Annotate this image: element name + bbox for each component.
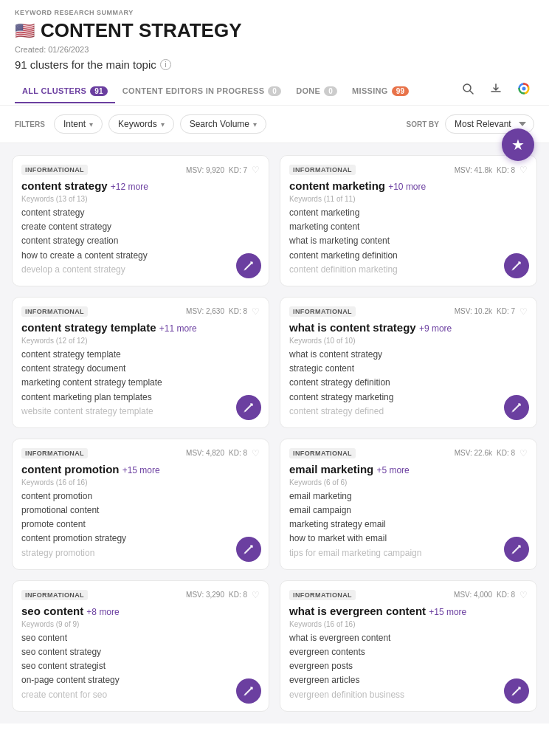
card-kd: KD: 8 (229, 307, 247, 315)
download-button[interactable] (486, 78, 506, 99)
card-header: INFORMATIONAL MSV: 22.6k KD: 8 ♡ (289, 448, 528, 458)
card-8: INFORMATIONAL MSV: 4,000 KD: 8 ♡ what is… (280, 580, 537, 712)
card-title: content promotion +15 more (21, 463, 260, 475)
heart-icon[interactable]: ♡ (519, 306, 528, 317)
card-keywords-label: Keywords (13 of 13) (21, 195, 260, 203)
card-header: INFORMATIONAL MSV: 10.2k KD: 7 ♡ (289, 306, 528, 317)
keyword-item: strategy promotion (21, 546, 260, 560)
tab-icons (458, 78, 534, 105)
card-title: content strategy +12 more (21, 179, 260, 192)
card-tag: INFORMATIONAL (289, 306, 356, 317)
card-keywords-list: what is content strategystrategic conten… (289, 348, 528, 419)
keyword-item: marketing content (289, 220, 528, 234)
card-more: +5 more (376, 465, 409, 475)
heart-icon[interactable]: ♡ (252, 590, 260, 600)
card-keywords-list: content promotionpromotional contentprom… (21, 489, 260, 560)
keyword-item: on-page content strategy (21, 673, 260, 687)
tab-all-clusters[interactable]: ALL CLUSTERS 91 (15, 80, 115, 103)
card-msv: MSV: 4,820 (186, 449, 224, 457)
keyword-item: what is evergreen content (289, 631, 528, 645)
heart-icon[interactable]: ♡ (519, 165, 528, 175)
keyword-item: what is content strategy (289, 348, 528, 362)
keyword-item: how to market with email (289, 532, 528, 546)
keyword-item: content strategy defined (289, 405, 528, 419)
keyword-item: evergreen posts (289, 659, 528, 673)
card-more: +9 more (419, 323, 452, 334)
keyword-item: content strategy definition (289, 376, 528, 390)
card-edit-button[interactable] (504, 678, 529, 704)
keyword-item: content promotion (21, 489, 260, 504)
keyword-item: seo content strategist (21, 659, 260, 673)
card-kd: KD: 7 (497, 307, 515, 315)
card-edit-button[interactable] (504, 253, 529, 278)
keyword-item: content marketing plan templates (21, 391, 260, 405)
keyword-item: what is marketing content (289, 234, 528, 248)
card-meta: MSV: 10.2k KD: 7 ♡ (455, 306, 528, 317)
card-msv: MSV: 22.6k (455, 449, 492, 457)
card-edit-button[interactable] (504, 537, 529, 562)
filters-label: FILTERS (15, 120, 45, 128)
tab-in-progress[interactable]: CONTENT EDITORS IN PROGRESS 0 (115, 80, 289, 103)
card-keywords-label: Keywords (6 of 6) (289, 478, 528, 487)
card-keywords-list: content marketingmarketing contentwhat i… (289, 206, 528, 277)
heart-icon[interactable]: ♡ (519, 448, 528, 458)
keyword-item: content strategy marketing (289, 391, 528, 405)
card-edit-button[interactable] (236, 253, 261, 278)
keyword-item: marketing content strategy template (21, 376, 260, 390)
card-edit-button[interactable] (236, 537, 261, 562)
card-more: +12 more (111, 182, 148, 192)
keywords-filter[interactable]: Keywords ▾ (108, 114, 174, 134)
card-msv: MSV: 4,000 (454, 591, 492, 599)
card-meta: MSV: 9,920 KD: 7 ♡ (186, 165, 260, 175)
heart-icon[interactable]: ♡ (252, 165, 260, 175)
intent-filter[interactable]: Intent ▾ (54, 114, 103, 134)
search-volume-filter[interactable]: Search Volume ▾ (180, 114, 266, 134)
sort-label: SORT BY (407, 120, 439, 128)
card-tag: INFORMATIONAL (21, 165, 88, 175)
filters-row: FILTERS Intent ▾ Keywords ▾ Search Volum… (0, 106, 549, 143)
keyword-item: content strategy creation (21, 234, 260, 248)
tabs-container: ALL CLUSTERS 91 CONTENT EDITORS IN PROGR… (15, 80, 416, 103)
card-keywords-list: content strategycreate content strategyc… (21, 206, 260, 277)
card-header: INFORMATIONAL MSV: 9,920 KD: 7 ♡ (21, 165, 260, 175)
keyword-item: marketing strategy email (289, 518, 528, 532)
flag-icon: 🇺🇸 (15, 21, 35, 41)
fab-star-button[interactable]: ★ (502, 128, 534, 161)
card-title: seo content +8 more (21, 605, 260, 617)
card-msv: MSV: 9,920 (186, 166, 224, 174)
info-icon[interactable]: i (160, 59, 171, 70)
keyword-item: tips for email marketing campaign (289, 546, 528, 560)
keyword-item: create content strategy (21, 220, 260, 234)
search-button[interactable] (458, 78, 478, 99)
tab-missing[interactable]: MISSING 99 (345, 80, 416, 103)
card-msv: MSV: 41.8k (455, 166, 492, 174)
keyword-item: content promotion strategy (21, 532, 260, 546)
keyword-item: content marketing (289, 206, 528, 220)
heart-icon[interactable]: ♡ (519, 590, 528, 600)
card-edit-button[interactable] (236, 395, 261, 420)
keyword-item: content strategy (21, 206, 260, 220)
card-header: INFORMATIONAL MSV: 41.8k KD: 8 ♡ (289, 165, 528, 175)
card-tag: INFORMATIONAL (289, 448, 356, 458)
keyword-research-label: KEYWORD RESEARCH SUMMARY (15, 9, 534, 16)
tab-done[interactable]: DONE 0 (289, 80, 345, 103)
card-kd: KD: 8 (497, 166, 515, 174)
card-edit-button[interactable] (504, 395, 529, 420)
heart-icon[interactable]: ♡ (252, 306, 260, 317)
google-button[interactable] (514, 78, 534, 99)
card-more: +11 more (159, 323, 197, 334)
keyword-item: how to create a content strategy (21, 249, 260, 263)
card-title: email marketing +5 more (289, 463, 528, 475)
clusters-info: 91 clusters for the main topic i (15, 58, 534, 71)
card-keywords-list: what is evergreen contentevergreen conte… (289, 631, 528, 702)
heart-icon[interactable]: ♡ (252, 448, 260, 458)
cards-grid: ★ INFORMATIONAL MSV: 9,920 KD: 7 ♡ conte… (0, 143, 549, 724)
card-keywords-list: seo contentseo content strategyseo conte… (21, 631, 260, 702)
tab-badge-missing: 99 (392, 86, 410, 96)
card-edit-button[interactable] (236, 678, 261, 704)
card-header: INFORMATIONAL MSV: 4,000 KD: 8 ♡ (289, 590, 528, 600)
card-keywords-label: Keywords (10 of 10) (289, 337, 528, 345)
card-keywords-label: Keywords (9 of 9) (21, 620, 260, 628)
keyword-item: content definition marketing (289, 263, 528, 277)
card-title: content strategy template +11 more (21, 321, 260, 334)
